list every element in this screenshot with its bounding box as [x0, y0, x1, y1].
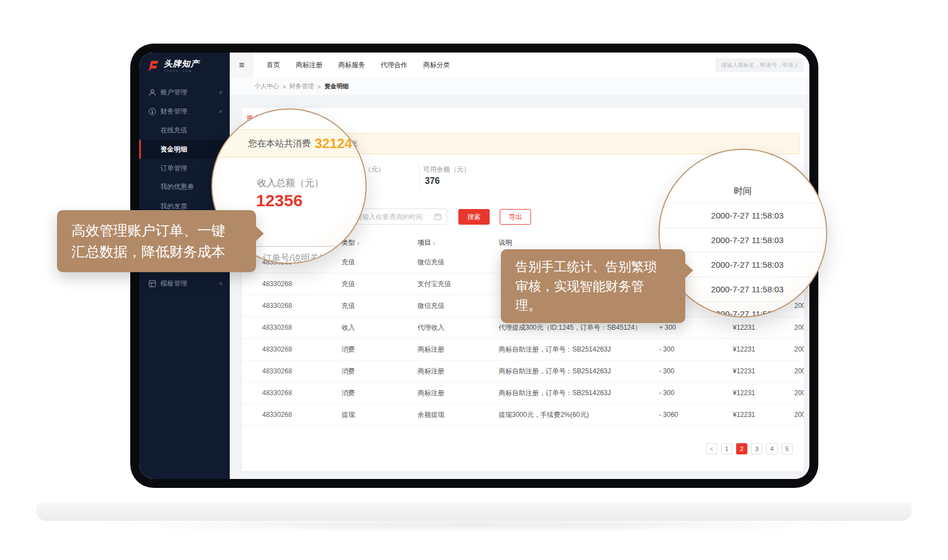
- cell-amount: - 300: [659, 345, 733, 353]
- sidebar-item-label: 资金明细: [160, 145, 187, 154]
- stat-balance-label: 可用余额（元）: [423, 165, 470, 174]
- nav-item-trademark-services[interactable]: 商标服务: [338, 60, 365, 70]
- sidebar-item-label: 订单管理: [160, 164, 187, 173]
- sidebar-item-label: 模板管理: [160, 279, 187, 288]
- stat-balance-value: 376: [425, 176, 440, 186]
- cell-project: 微信充值: [418, 258, 499, 267]
- cell-order: 48330268: [262, 389, 342, 397]
- cell-balance: ¥12231: [733, 389, 794, 397]
- cell-project: 商标注册: [418, 367, 499, 376]
- cell-time: 2000-7-27 11:58:03: [794, 411, 804, 419]
- hamburger-icon[interactable]: ≡: [230, 53, 254, 78]
- magnified-time-header: 时间: [660, 179, 826, 203]
- page: 头牌知产 TOUPAI.COM 账户管理 ∨ 财务管理 ∧: [0, 0, 948, 560]
- header-type[interactable]: 类型∨: [342, 238, 418, 248]
- pagination-prev-button[interactable]: <: [706, 443, 717, 454]
- cell-amount: - 300: [659, 367, 733, 375]
- sidebar-item-templates[interactable]: 模板管理 ∨: [139, 274, 230, 293]
- magnified-time-row: 2000-7-27 11:58:03: [660, 203, 826, 228]
- template-icon: [148, 279, 157, 288]
- cell-amount: - 300: [659, 389, 733, 397]
- chevron-down-icon: ∨: [219, 89, 222, 95]
- magnified-time-row: 2000-7-27 11:58:03: [660, 228, 826, 253]
- cell-time: 2000-7-27 11:58:03: [794, 324, 804, 331]
- header-project[interactable]: 项目∨: [418, 238, 499, 248]
- breadcrumb-item[interactable]: 个人中心: [254, 82, 279, 91]
- cell-order: 48330268: [262, 324, 342, 331]
- cell-desc: 商标自助注册，订单号：SB2514263J: [499, 367, 659, 376]
- cell-order: 48330268: [262, 280, 342, 288]
- sidebar-item-finance[interactable]: 财务管理 ∧: [139, 102, 230, 121]
- table-row: 48330268提现余额提现提现3000元，手续费2%(60元)- 3060¥1…: [242, 404, 804, 426]
- cell-type: 收入: [342, 323, 418, 333]
- cell-balance: ¥12231: [733, 324, 794, 331]
- user-icon: [148, 88, 157, 97]
- cell-desc: 商标自助注册，订单号：SB2514263J: [499, 388, 659, 398]
- breadcrumb-separator: >: [317, 83, 320, 90]
- cell-time: 2000-7-27 11:58:03: [794, 367, 804, 375]
- magnified-income-value: 12356: [256, 191, 302, 210]
- brand-p-icon: [147, 60, 160, 73]
- sort-icon[interactable]: ∨: [433, 241, 436, 246]
- cell-desc: 代理提成300元（ID:1245，订单号：SB45124）: [499, 323, 659, 333]
- finance-icon: [148, 107, 157, 116]
- callout-left: 高效管理账户订单、一键 汇总数据，降低财务成本: [57, 210, 256, 272]
- cell-balance: ¥12231: [733, 345, 794, 353]
- cell-project: 支付宝充值: [418, 279, 499, 289]
- top-navbar: ≡ 首页 商标注册 商标服务 代理合作 商标分类: [230, 53, 809, 78]
- cell-project: 代理收入: [418, 323, 499, 333]
- sidebar-item-label: 财务管理: [160, 107, 187, 116]
- pagination-page-4[interactable]: 4: [766, 443, 778, 454]
- pagination: < 1 2 3 4 5: [706, 443, 793, 454]
- stat-divider: [419, 164, 420, 188]
- cell-time: 2000-7-27 11:58:03: [794, 389, 804, 397]
- pagination-page-2-active[interactable]: 2: [736, 443, 747, 454]
- sidebar-item-label: 在线充值: [160, 126, 187, 135]
- search-input[interactable]: [715, 58, 804, 72]
- header-description: 说明: [499, 238, 659, 248]
- cell-type: 消费: [342, 388, 418, 398]
- magnified-banner-text: 您在本站共消费: [248, 138, 311, 150]
- cell-project: 商标注册: [418, 345, 499, 354]
- cell-order: 48330268: [262, 411, 342, 419]
- nav-item-trademark-category[interactable]: 商标分类: [423, 60, 450, 70]
- cell-type: 消费: [342, 367, 418, 376]
- brand-name: 头牌知产: [164, 59, 200, 68]
- export-button[interactable]: 导出: [500, 209, 531, 225]
- magnified-banner: 您在本站共消费 32124: [211, 130, 367, 158]
- time-query-input[interactable]: [349, 208, 447, 225]
- sidebar-item-funds-detail[interactable]: 资金明细: [139, 140, 230, 159]
- breadcrumb-current: 资金明细: [324, 82, 349, 91]
- nav-item-trademark-register[interactable]: 商标注册: [296, 60, 323, 70]
- breadcrumb: 个人中心 > 财务管理 > 资金明细: [230, 78, 809, 95]
- cell-balance: ¥12231: [733, 411, 794, 419]
- sidebar-item-account[interactable]: 账户管理 ∨: [139, 83, 230, 102]
- sort-icon[interactable]: ∨: [357, 241, 360, 246]
- callout-right: 告别手工统计、告别繁琐 审核，实现智能财务管 理。: [501, 249, 685, 323]
- table-row: 48330268消费商标注册商标自助注册，订单号：SB2514263J- 300…: [242, 360, 804, 382]
- cell-project: 微信充值: [418, 301, 499, 311]
- cell-order: 48330268: [262, 345, 342, 353]
- brand-subtitle: TOUPAI.COM: [164, 69, 200, 73]
- stat-middle-label: （元）: [364, 165, 385, 174]
- pagination-page-1[interactable]: 1: [721, 443, 732, 454]
- cell-type: 充值: [342, 301, 418, 311]
- breadcrumb-separator: >: [282, 83, 286, 90]
- nav-item-home[interactable]: 首页: [267, 60, 280, 70]
- sidebar-item-online-recharge[interactable]: 在线充值: [139, 121, 230, 140]
- breadcrumb-item[interactable]: 财务管理: [289, 82, 314, 91]
- cell-type: 消费: [342, 345, 418, 354]
- table-row: 48330268消费商标注册商标自助注册，订单号：SB2514263J- 300…: [242, 382, 804, 404]
- pagination-page-5[interactable]: 5: [781, 443, 793, 454]
- pagination-page-3[interactable]: 3: [751, 443, 762, 454]
- brand-logo: 头牌知产 TOUPAI.COM: [147, 59, 200, 73]
- calendar-icon[interactable]: [434, 213, 442, 220]
- search-button[interactable]: 搜索: [458, 209, 490, 225]
- cell-order: 48330268: [262, 367, 342, 375]
- cell-project: 余额提现: [418, 410, 499, 420]
- chevron-down-icon: ∨: [219, 281, 222, 286]
- cell-time: 2000-7-27 11:58:03: [794, 345, 804, 353]
- cell-type: 提现: [342, 410, 418, 420]
- nav-item-agent-cooperation[interactable]: 代理合作: [381, 60, 407, 70]
- cell-desc: 商标自助注册，订单号：SB2514263J: [499, 345, 659, 354]
